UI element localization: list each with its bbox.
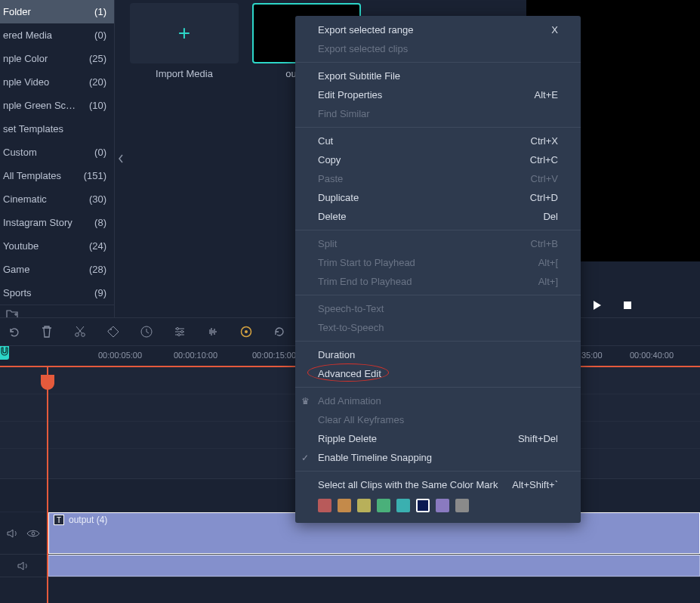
undo-icon[interactable] xyxy=(6,324,21,339)
menu-item-export-selected-clips: Export selected clips xyxy=(295,39,581,58)
sidebar-item[interactable]: Instagram Story(8) xyxy=(0,211,114,234)
sidebar-item[interactable]: Custom(0) xyxy=(0,141,114,164)
color-swatch[interactable] xyxy=(338,499,351,512)
color-swatch[interactable] xyxy=(436,499,449,512)
sidebar-item-label: nple Video xyxy=(3,76,49,88)
color-swatch[interactable] xyxy=(455,499,469,512)
mute-icon[interactable] xyxy=(7,528,19,539)
menu-item-label: Add Animation xyxy=(318,395,381,407)
menu-item-shortcut: Ctrl+D xyxy=(530,192,558,203)
menu-item-label: Enable Timeline Snapping xyxy=(318,452,432,463)
svg-point-5 xyxy=(177,328,179,330)
sidebar-item[interactable]: Sports(9) xyxy=(0,281,114,305)
color-swatch[interactable] xyxy=(377,499,390,512)
color-swatch[interactable] xyxy=(318,499,331,512)
sidebar-item[interactable]: ered Media(0) xyxy=(0,23,114,47)
menu-item-label: Export selected range xyxy=(318,24,413,36)
sidebar-item[interactable]: All Templates(151) xyxy=(0,164,114,187)
sidebar-item-label: set Templates xyxy=(3,123,63,135)
color-swatch[interactable] xyxy=(416,499,430,512)
time-label: 00:00:05:00 xyxy=(98,351,142,360)
menu-item-label: Split xyxy=(318,238,337,249)
menu-item-select-all-clips-with-the-same-color-mark[interactable]: Select all Clips with the Same Color Mar… xyxy=(295,475,581,494)
menu-item-copy[interactable]: CopyCtrl+C xyxy=(295,150,581,169)
sidebar-splitter[interactable] xyxy=(115,0,127,317)
menu-item-shortcut: Alt+E xyxy=(535,89,558,100)
color-swatch[interactable] xyxy=(396,499,410,512)
sidebar-item-count: (10) xyxy=(89,100,106,111)
stop-button[interactable] xyxy=(623,301,632,310)
sidebar-item-count: (151) xyxy=(84,170,106,181)
tag-icon[interactable] xyxy=(106,324,121,339)
menu-item-shortcut: Del xyxy=(543,211,558,222)
menu-item-cut[interactable]: CutCtrl+X xyxy=(295,131,581,150)
track-gutter xyxy=(0,512,47,554)
title-clip-icon: T xyxy=(54,515,64,525)
menu-item-delete[interactable]: DeleteDel xyxy=(295,207,581,226)
sidebar-item-count: (0) xyxy=(94,147,106,158)
delete-icon[interactable] xyxy=(39,324,54,339)
sidebar-item[interactable]: Folder(1) xyxy=(0,0,114,23)
playhead-handle[interactable] xyxy=(41,375,54,390)
sidebar-item[interactable]: Youtube(24) xyxy=(0,234,114,258)
sidebar-item[interactable]: nple Video(20) xyxy=(0,70,114,94)
menu-item-advanced-edit[interactable]: Advanced Edit xyxy=(295,364,581,383)
speed-icon[interactable] xyxy=(139,324,154,339)
menu-item-label: Cut xyxy=(318,135,333,147)
menu-item-shortcut: Alt+[ xyxy=(538,257,558,268)
play-button[interactable] xyxy=(593,300,602,311)
menu-item-shortcut: Ctrl+X xyxy=(531,135,558,147)
playhead-line[interactable] xyxy=(47,367,48,603)
svg-point-3 xyxy=(110,329,112,330)
menu-item-duplicate[interactable]: DuplicateCtrl+D xyxy=(295,188,581,207)
time-label: 00:00:40:00 xyxy=(630,351,674,360)
refresh-icon[interactable] xyxy=(272,324,287,339)
menu-item-shortcut: Shift+Del xyxy=(518,433,558,444)
menu-item-export-subtitle-file[interactable]: Export Subtitle File xyxy=(295,66,581,85)
sidebar-item-label: ered Media xyxy=(3,29,52,41)
context-menu: Export selected rangeXExport selected cl… xyxy=(295,16,581,523)
menu-item-shortcut: X xyxy=(551,24,558,36)
mute-icon[interactable] xyxy=(17,561,29,571)
color-wheel-icon[interactable] xyxy=(239,324,254,339)
sidebar-item-count: (1) xyxy=(94,6,106,17)
menu-separator xyxy=(295,127,581,128)
sidebar: Folder(1)ered Media(0)nple Color(25)nple… xyxy=(0,0,115,317)
menu-item-clear-all-keyframes: Clear All Keyframes xyxy=(295,410,581,429)
sidebar-item-count: (28) xyxy=(89,264,106,275)
svg-point-9 xyxy=(245,330,248,333)
audio-clip[interactable] xyxy=(48,555,700,577)
audio-track-1[interactable] xyxy=(0,555,700,577)
sidebar-item-label: Instagram Story xyxy=(3,217,72,228)
menu-item-label: Edit Properties xyxy=(318,89,382,100)
sidebar-item[interactable]: Game(28) xyxy=(0,258,114,281)
menu-item-shortcut: Alt+] xyxy=(538,276,558,287)
sidebar-item-label: nple Color xyxy=(3,53,48,64)
menu-item-find-similar: Find Similar xyxy=(295,104,581,123)
import-media-tile[interactable]: + Import Media xyxy=(130,3,239,79)
chevron-left-icon xyxy=(118,153,124,164)
sidebar-item-count: (24) xyxy=(89,240,106,252)
menu-item-ripple-delete[interactable]: Ripple DeleteShift+Del xyxy=(295,429,581,448)
import-media-thumb[interactable]: + xyxy=(130,3,239,63)
eye-icon[interactable] xyxy=(26,529,40,538)
menu-item-edit-properties[interactable]: Edit PropertiesAlt+E xyxy=(295,85,581,104)
menu-item-label: Delete xyxy=(318,211,347,222)
menu-item-shortcut: Ctrl+V xyxy=(531,173,558,184)
sliders-icon[interactable] xyxy=(172,324,187,339)
audio-wave-icon[interactable] xyxy=(205,324,220,339)
menu-item-text-to-speech: Text-to-Speech xyxy=(295,318,581,337)
sidebar-item-label: Youtube xyxy=(3,240,39,252)
sidebar-item[interactable]: Cinematic(30) xyxy=(0,187,114,211)
magnet-cue-icon[interactable] xyxy=(0,346,9,360)
menu-item-duration[interactable]: Duration xyxy=(295,345,581,364)
sidebar-item[interactable]: set Templates xyxy=(0,117,114,141)
sidebar-new-folder[interactable] xyxy=(0,305,114,317)
sidebar-item[interactable]: nple Color(25) xyxy=(0,47,114,70)
track-gutter xyxy=(0,555,47,577)
cut-icon[interactable] xyxy=(72,324,88,339)
menu-item-export-selected-range[interactable]: Export selected rangeX xyxy=(295,20,581,39)
color-swatch[interactable] xyxy=(357,499,371,512)
menu-item-enable-timeline-snapping[interactable]: ✓Enable Timeline Snapping xyxy=(295,448,581,467)
sidebar-item[interactable]: nple Green Scre...(10) xyxy=(0,94,114,117)
